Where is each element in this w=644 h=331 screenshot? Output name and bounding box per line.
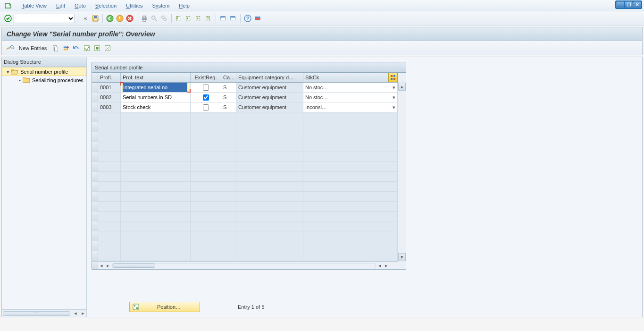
cell-stkck[interactable]: [303, 231, 398, 241]
exit-icon[interactable]: [116, 14, 124, 23]
cell-eqcat[interactable]: [236, 212, 303, 221]
first-page-icon[interactable]: [175, 14, 183, 23]
existreq-checkbox[interactable]: [203, 104, 209, 110]
cell-cat[interactable]: S: [221, 102, 236, 112]
dropdown-icon[interactable]: ▾: [393, 104, 395, 110]
sidebar-hscroll[interactable]: ⋯ ◂ ▸: [2, 309, 86, 317]
cell-stkck[interactable]: [303, 202, 398, 211]
shortcut-icon[interactable]: [229, 14, 237, 23]
cell-existreq[interactable]: [191, 202, 221, 211]
cell-profl[interactable]: [98, 112, 121, 122]
cell-eqcat[interactable]: Customer equipment: [236, 93, 303, 102]
row-selector[interactable]: [92, 112, 98, 122]
command-field[interactable]: [14, 14, 75, 23]
cell-cat[interactable]: [221, 192, 236, 201]
layout-icon[interactable]: [253, 14, 262, 23]
cell-existreq[interactable]: [191, 93, 221, 102]
cell-proftext[interactable]: [121, 162, 191, 171]
select-block-icon[interactable]: [93, 44, 101, 52]
cell-stkck[interactable]: [303, 192, 398, 201]
row-selector[interactable]: [92, 122, 98, 132]
cell-cat[interactable]: [221, 251, 236, 261]
delete-icon[interactable]: [62, 44, 70, 52]
cell-existreq[interactable]: [191, 142, 221, 152]
vscroll-track[interactable]: [398, 91, 406, 253]
row-selector[interactable]: [92, 221, 98, 231]
scroll-right-icon[interactable]: ▸: [80, 310, 86, 316]
cell-proftext[interactable]: [121, 122, 191, 132]
row-selector[interactable]: [92, 162, 98, 171]
cell-profl[interactable]: [98, 162, 121, 171]
cell-profl[interactable]: [98, 132, 121, 142]
cell-stkck[interactable]: Inconsi…▾: [303, 102, 398, 112]
cell-eqcat[interactable]: [236, 122, 303, 132]
cell-cat[interactable]: [221, 231, 236, 241]
existreq-checkbox[interactable]: [203, 94, 209, 101]
row-selector[interactable]: [92, 132, 98, 142]
cell-eqcat[interactable]: [236, 231, 303, 241]
cell-stkck[interactable]: No stoc…▾: [303, 83, 398, 92]
cell-proftext[interactable]: [121, 182, 191, 191]
cell-proftext[interactable]: [121, 152, 191, 161]
row-selector[interactable]: [92, 152, 98, 161]
dropdown-icon[interactable]: ▾: [393, 94, 395, 101]
col-header-stkck[interactable]: StkCk: [303, 73, 388, 82]
cell-proftext[interactable]: [121, 212, 191, 221]
cell-proftext[interactable]: [121, 112, 191, 122]
minimize-button[interactable]: –: [616, 1, 624, 8]
menu-system[interactable]: System: [148, 3, 175, 8]
cell-existreq[interactable]: [191, 231, 221, 241]
cell-stkck[interactable]: [303, 112, 398, 122]
cell-cat[interactable]: [221, 162, 236, 171]
cell-eqcat[interactable]: [236, 142, 303, 152]
cell-eqcat[interactable]: [236, 251, 303, 261]
cell-cat[interactable]: [221, 112, 236, 122]
row-selector[interactable]: [92, 182, 98, 191]
cell-eqcat[interactable]: [236, 192, 303, 201]
cell-profl[interactable]: [98, 182, 121, 191]
cell-profl[interactable]: [98, 251, 121, 261]
cell-proftext[interactable]: [121, 132, 191, 142]
tree-expander-icon[interactable]: ▾: [5, 69, 11, 75]
cell-profl[interactable]: [98, 231, 121, 241]
cell-existreq[interactable]: [191, 241, 221, 251]
cell-stkck[interactable]: [303, 132, 398, 142]
close-button[interactable]: ✕: [633, 1, 641, 8]
cell-profl[interactable]: [98, 142, 121, 152]
tree-node-serializing-procedures[interactable]: • Serializing procedures: [2, 76, 86, 85]
copy-as-icon[interactable]: [51, 44, 60, 52]
cell-eqcat[interactable]: [236, 241, 303, 251]
cell-existreq[interactable]: [191, 102, 221, 112]
menu-edit[interactable]: Edit: [51, 3, 70, 8]
hscroll-right-icon[interactable]: ▸: [105, 263, 111, 269]
vscroll-down-icon[interactable]: ▾: [398, 253, 406, 261]
scroll-left-icon[interactable]: ◂: [72, 310, 79, 316]
cell-stkck[interactable]: [303, 162, 398, 171]
row-selector[interactable]: [92, 231, 98, 241]
proftext-input[interactable]: [123, 83, 187, 92]
menu-table-view[interactable]: Table View: [17, 3, 51, 8]
cell-proftext[interactable]: [121, 221, 191, 231]
cell-eqcat[interactable]: [236, 221, 303, 231]
cell-eqcat[interactable]: [236, 112, 303, 122]
cell-proftext[interactable]: [121, 142, 191, 152]
cell-existreq[interactable]: [191, 182, 221, 191]
select-all-icon[interactable]: [83, 44, 91, 52]
cell-proftext[interactable]: [121, 202, 191, 211]
cell-existreq[interactable]: [191, 162, 221, 171]
cell-proftext[interactable]: [121, 102, 191, 112]
cell-eqcat[interactable]: [236, 162, 303, 171]
cell-existreq[interactable]: [191, 122, 221, 132]
menu-help[interactable]: Help: [174, 3, 194, 8]
menu-utilities[interactable]: Utilities: [121, 3, 147, 8]
cell-eqcat[interactable]: [236, 182, 303, 191]
cell-eqcat[interactable]: Customer equipment: [236, 102, 303, 112]
cell-stkck[interactable]: [303, 152, 398, 161]
row-selector[interactable]: [92, 172, 98, 181]
cell-cat[interactable]: [221, 202, 236, 211]
cell-existreq[interactable]: [191, 221, 221, 231]
cell-profl[interactable]: [98, 202, 121, 211]
cell-cat[interactable]: [221, 241, 236, 251]
cell-cat[interactable]: [221, 221, 236, 231]
last-page-icon[interactable]: [204, 14, 213, 23]
